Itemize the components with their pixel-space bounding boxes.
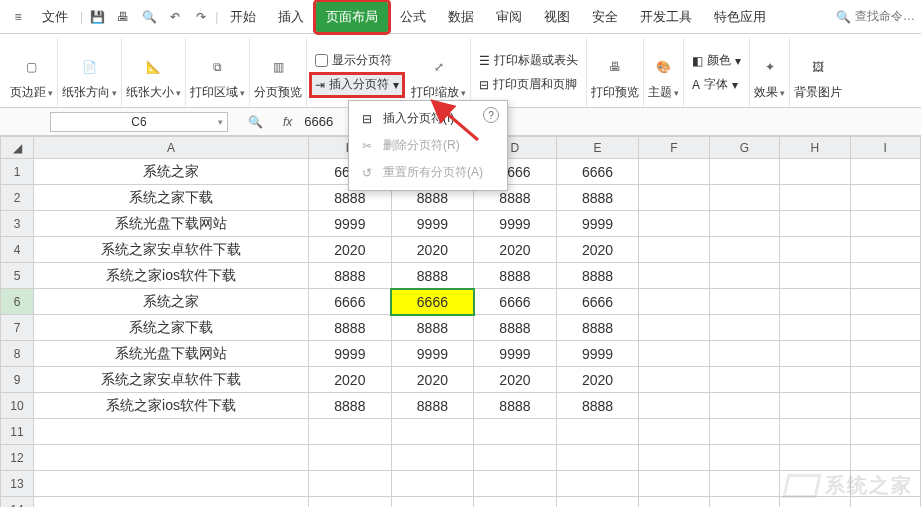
- cell[interactable]: [780, 445, 850, 471]
- show-page-breaks-checkbox[interactable]: 显示分页符: [311, 50, 403, 72]
- cell[interactable]: [639, 497, 709, 508]
- cell[interactable]: [34, 497, 309, 508]
- cell[interactable]: [850, 341, 921, 367]
- zoom-icon[interactable]: 🔍: [248, 115, 263, 129]
- search-box[interactable]: 🔍 查找命令…: [836, 8, 915, 25]
- cell[interactable]: 8888: [309, 393, 392, 419]
- cell[interactable]: [639, 419, 709, 445]
- fx-icon[interactable]: fx: [283, 115, 292, 129]
- cell[interactable]: [639, 393, 709, 419]
- hamburger-icon[interactable]: ≡: [6, 5, 30, 29]
- row-header[interactable]: 12: [1, 445, 34, 471]
- save-icon[interactable]: 💾: [85, 5, 109, 29]
- cell[interactable]: [780, 263, 850, 289]
- row-header[interactable]: 11: [1, 419, 34, 445]
- cell[interactable]: [709, 263, 779, 289]
- cell[interactable]: [639, 185, 709, 211]
- cell[interactable]: [474, 445, 557, 471]
- cell[interactable]: [709, 237, 779, 263]
- cell[interactable]: [850, 211, 921, 237]
- cell[interactable]: 8888: [474, 315, 557, 341]
- cell[interactable]: [639, 341, 709, 367]
- cell[interactable]: 6666: [309, 289, 392, 315]
- cell[interactable]: 9999: [556, 211, 639, 237]
- cell[interactable]: [709, 159, 779, 185]
- cell[interactable]: [639, 445, 709, 471]
- cell[interactable]: 9999: [556, 341, 639, 367]
- cell[interactable]: [639, 289, 709, 315]
- row-header[interactable]: 2: [1, 185, 34, 211]
- cell[interactable]: 6666: [391, 289, 474, 315]
- cell[interactable]: [639, 471, 709, 497]
- cell[interactable]: [850, 185, 921, 211]
- cell[interactable]: 2020: [474, 237, 557, 263]
- cell[interactable]: [850, 445, 921, 471]
- cell[interactable]: [639, 237, 709, 263]
- cell[interactable]: [556, 419, 639, 445]
- cell[interactable]: 系统之家: [34, 159, 309, 185]
- cell[interactable]: [850, 419, 921, 445]
- cell[interactable]: [780, 289, 850, 315]
- background-button[interactable]: 🖼 背景图片: [790, 38, 846, 107]
- cell[interactable]: [309, 471, 392, 497]
- cell[interactable]: 8888: [474, 263, 557, 289]
- cell[interactable]: [34, 445, 309, 471]
- cell[interactable]: [850, 367, 921, 393]
- cell[interactable]: 系统光盘下载网站: [34, 211, 309, 237]
- cell[interactable]: 2020: [556, 367, 639, 393]
- cell[interactable]: [850, 315, 921, 341]
- cell[interactable]: [639, 263, 709, 289]
- cell[interactable]: 9999: [474, 211, 557, 237]
- fonts-button[interactable]: A字体▾: [688, 74, 745, 96]
- cell[interactable]: 8888: [391, 263, 474, 289]
- row-header[interactable]: 13: [1, 471, 34, 497]
- cell[interactable]: 系统光盘下载网站: [34, 341, 309, 367]
- cell[interactable]: 9999: [309, 341, 392, 367]
- tab-formula[interactable]: 公式: [390, 2, 436, 32]
- cell[interactable]: 2020: [309, 367, 392, 393]
- cell[interactable]: 系统之家下载: [34, 185, 309, 211]
- cell[interactable]: [391, 445, 474, 471]
- cell[interactable]: [850, 393, 921, 419]
- page-preview-button[interactable]: ▥ 分页预览: [250, 38, 307, 107]
- cell[interactable]: 系统之家: [34, 289, 309, 315]
- cell[interactable]: [639, 211, 709, 237]
- tab-insert[interactable]: 插入: [268, 2, 314, 32]
- select-all-corner[interactable]: ◢: [1, 137, 34, 159]
- cell[interactable]: [391, 497, 474, 508]
- print-icon[interactable]: 🖶: [111, 5, 135, 29]
- cell[interactable]: [709, 471, 779, 497]
- cell[interactable]: [780, 341, 850, 367]
- cell[interactable]: 2020: [391, 237, 474, 263]
- cell[interactable]: [709, 367, 779, 393]
- cell[interactable]: [639, 315, 709, 341]
- effects-button[interactable]: ✦ 效果▾: [750, 38, 790, 107]
- cell[interactable]: [639, 367, 709, 393]
- tab-home[interactable]: 开始: [220, 2, 266, 32]
- cell[interactable]: [391, 419, 474, 445]
- print-preview-button[interactable]: 🖶 打印预览: [587, 38, 644, 107]
- col-header-F[interactable]: F: [639, 137, 709, 159]
- row-header[interactable]: 6: [1, 289, 34, 315]
- row-header[interactable]: 8: [1, 341, 34, 367]
- preview-icon[interactable]: 🔍: [137, 5, 161, 29]
- cell[interactable]: 6666: [556, 159, 639, 185]
- cell[interactable]: [709, 393, 779, 419]
- cell[interactable]: 9999: [391, 341, 474, 367]
- col-header-I[interactable]: I: [850, 137, 921, 159]
- cell[interactable]: [709, 211, 779, 237]
- cell[interactable]: 8888: [474, 393, 557, 419]
- cell[interactable]: [850, 237, 921, 263]
- cell[interactable]: 6666: [556, 289, 639, 315]
- row-header[interactable]: 10: [1, 393, 34, 419]
- row-header[interactable]: 4: [1, 237, 34, 263]
- cell[interactable]: [556, 445, 639, 471]
- cell[interactable]: [780, 419, 850, 445]
- cell[interactable]: 8888: [556, 263, 639, 289]
- cell[interactable]: [556, 471, 639, 497]
- cell[interactable]: [709, 497, 779, 508]
- print-scale-button[interactable]: ⤢ 打印缩放▾: [407, 38, 471, 107]
- cell[interactable]: 8888: [309, 315, 392, 341]
- col-header-E[interactable]: E: [556, 137, 639, 159]
- cell[interactable]: 2020: [556, 237, 639, 263]
